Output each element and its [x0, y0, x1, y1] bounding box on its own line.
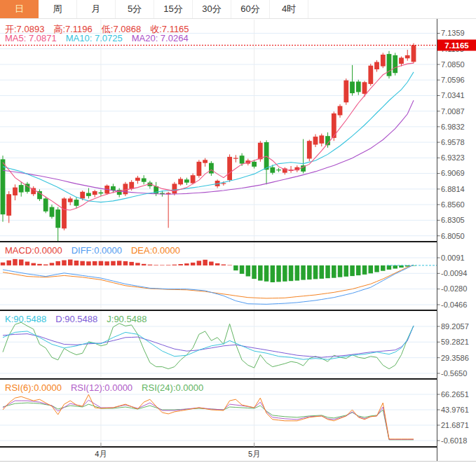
macd-bar	[295, 265, 300, 281]
candle-body	[191, 175, 196, 183]
macd-bar	[203, 260, 208, 265]
legend-item: RSI(6):0.0000	[5, 382, 62, 393]
macd-bar	[271, 265, 276, 282]
macd-bar	[25, 262, 30, 265]
macd-bar	[209, 262, 214, 265]
candle-body	[381, 55, 386, 67]
macd-bar	[320, 265, 325, 279]
legend-item: DIFF:0.0000	[72, 245, 122, 256]
candle-body	[252, 162, 257, 167]
tab-week[interactable]: 周	[39, 0, 77, 18]
macd-bar	[56, 261, 61, 265]
axis-label: 6.8814	[441, 185, 465, 193]
macd-bar	[393, 265, 398, 269]
candle-body	[276, 170, 281, 170]
legend-item: RSI(12):0.0000	[71, 382, 132, 393]
macd-bar	[350, 265, 355, 276]
candle-body	[362, 82, 367, 94]
macd-bar	[191, 263, 196, 265]
macd-bar	[19, 260, 24, 265]
candle-body	[227, 157, 232, 180]
macd-bar	[283, 265, 287, 282]
axis-label: 29.3586	[441, 354, 469, 362]
macd-bar	[172, 265, 177, 265]
candle-body	[123, 184, 128, 194]
macd-bar	[86, 261, 91, 265]
candle-body	[307, 141, 312, 158]
axis-label: 7.0341	[441, 91, 465, 99]
tab-month[interactable]: 月	[77, 0, 116, 18]
macd-bar	[74, 261, 79, 265]
candle-body	[43, 198, 48, 211]
macd-bar	[166, 265, 171, 265]
macd-bar	[160, 265, 165, 265]
candle-body	[184, 179, 189, 182]
candle-body	[209, 163, 214, 174]
legend-item: J:90.5488	[107, 314, 147, 324]
candle-body	[233, 158, 238, 159]
tab-60min[interactable]: 60分	[231, 0, 270, 18]
macd-bar	[222, 265, 226, 265]
tab-5min[interactable]: 5分	[116, 0, 154, 18]
kdj-legend: K:90.5488D:90.5488J:90.5488	[5, 314, 156, 324]
macd-bar	[1, 263, 6, 265]
axis-label: 7.0596	[441, 76, 465, 84]
legend-item: DEA:0.0000	[131, 245, 180, 256]
candle-body	[240, 155, 245, 163]
macd-bar	[37, 264, 42, 265]
axis-label: -0.0280	[441, 284, 467, 293]
macd-bar	[240, 265, 245, 274]
axis-label: -0.0094	[441, 269, 467, 277]
macd-bar	[142, 264, 147, 265]
axis-label: 7.0087	[441, 107, 465, 116]
macd-bar	[264, 265, 269, 282]
legend-item: K:90.5488	[5, 314, 46, 324]
candle-body	[19, 185, 24, 193]
tab-day[interactable]: 日	[0, 0, 39, 18]
legend-item: MA10: 7.0725	[66, 33, 123, 43]
candle-body	[93, 191, 97, 195]
date-label: 4月	[95, 450, 107, 458]
candle-body	[80, 192, 85, 199]
tab-15min[interactable]: 15分	[154, 0, 193, 18]
macd-bar	[154, 265, 158, 265]
axis-label: 6.8560	[441, 200, 465, 209]
macd-bar	[111, 261, 116, 265]
axis-label: 89.2057	[441, 322, 469, 331]
candle-body	[86, 193, 91, 196]
macd-bar	[135, 263, 140, 265]
legend-item: RSI(24):0.0000	[142, 382, 203, 393]
candle-body	[1, 159, 6, 214]
macd-bar	[301, 265, 306, 280]
candle-body	[13, 188, 18, 195]
macd-bar	[289, 265, 294, 281]
macd-bar	[215, 263, 220, 265]
chart-canvas[interactable]: 7.13597.11057.08507.05967.03417.00876.98…	[0, 0, 476, 470]
tab-4hour[interactable]: 4时	[270, 0, 308, 18]
macd-bar	[246, 265, 251, 277]
axis-label: 0.0091	[441, 254, 465, 262]
macd-bar	[344, 265, 349, 277]
macd-bar	[13, 259, 18, 265]
macd-bar	[233, 265, 238, 270]
candle-body	[178, 179, 183, 184]
candle-body	[6, 194, 11, 216]
legend-item: MACD:0.0000	[5, 245, 62, 256]
macd-bar	[369, 265, 374, 273]
axis-label: 6.8305	[441, 216, 465, 224]
legend-item: MA5: 7.0871	[5, 33, 57, 43]
axis-label: 59.2821	[441, 338, 469, 346]
panel-separator	[0, 446, 437, 448]
rsi-legend: RSI(6):0.0000RSI(12):0.0000RSI(24):0.000…	[5, 382, 212, 393]
candle-body	[374, 62, 379, 70]
macd-bar	[313, 265, 318, 279]
candle-body	[319, 135, 324, 143]
macd-bar	[104, 261, 109, 265]
candle-body	[50, 207, 55, 217]
tab-30min[interactable]: 30分	[193, 0, 231, 18]
trading-chart-app: 日周月5分15分30分60分4时 7.13597.11057.08507.059…	[0, 0, 476, 470]
macd-bar	[362, 265, 367, 275]
macd-bar	[68, 260, 73, 265]
candle-body	[412, 46, 416, 62]
macd-bar	[43, 265, 48, 265]
